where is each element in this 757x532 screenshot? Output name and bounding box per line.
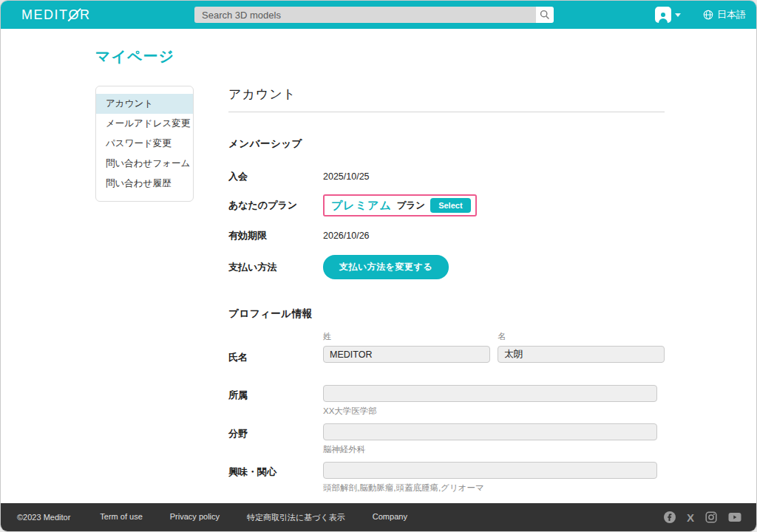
footer-link-company[interactable]: Company	[373, 512, 407, 523]
interests-row: 興味・関心 頭部解剖,脳動脈瘤,頭蓋底腫瘍,グリオーマ	[228, 462, 665, 494]
footer-links: Term of use Privacy policy 特定商取引法に基づく表示 …	[100, 512, 407, 523]
instagram-icon[interactable]	[705, 511, 717, 523]
specialty-field[interactable]	[323, 423, 657, 440]
main-panel: アカウント メンバーシップ 入会 2025/10/25 あなたのプラン プレミア…	[228, 86, 665, 532]
globe-icon	[703, 10, 713, 20]
account-menu-button[interactable]	[655, 7, 681, 23]
logo-slashed-o: O	[69, 7, 81, 23]
account-sidebar: アカウント メールアドレス変更 パスワード変更 問い合わせフォーム 問い合わせ履…	[95, 86, 194, 202]
first-name-field[interactable]	[498, 346, 665, 363]
plan-label: あなたのプラン	[228, 199, 323, 212]
x-icon[interactable]: X	[687, 512, 694, 523]
plan-name: プレミアム	[331, 199, 392, 213]
search-icon	[540, 10, 550, 20]
expiry-row: 有効期限 2026/10/26	[228, 229, 665, 242]
search-form	[194, 7, 554, 23]
youtube-icon[interactable]	[728, 512, 741, 522]
chevron-down-icon	[675, 13, 681, 17]
sidebar-item-contact-form[interactable]: 問い合わせフォーム	[96, 154, 193, 174]
footer: ©2023 Meditor Term of use Privacy policy…	[1, 503, 756, 531]
plan-highlight-box: プレミアム プラン Select	[323, 194, 477, 216]
payment-label: 支払い方法	[228, 261, 323, 274]
change-payment-button[interactable]: 支払い方法を変更する	[323, 255, 449, 279]
specialty-hint: 脳神経外科	[323, 444, 657, 455]
name-row: 氏名 姓 名	[228, 331, 665, 364]
search-input[interactable]	[194, 7, 536, 23]
interests-field[interactable]	[323, 462, 657, 479]
plan-select-button[interactable]: Select	[430, 198, 470, 213]
first-name-mini-label: 名	[498, 331, 665, 342]
affiliation-field[interactable]	[323, 385, 657, 402]
section-title-account: アカウント	[228, 86, 665, 112]
join-date-label: 入会	[228, 170, 323, 183]
sidebar-item-password-change[interactable]: パスワード変更	[96, 134, 193, 154]
sidebar-item-contact-history[interactable]: 問い合わせ履歴	[96, 174, 193, 194]
logo-text-end: R	[80, 7, 91, 22]
payment-row: 支払い方法 支払い方法を変更する	[228, 255, 665, 279]
logo-text: MEDIT	[21, 7, 69, 22]
last-name-field[interactable]	[323, 346, 490, 363]
profile-heading: プロフィール情報	[228, 307, 665, 321]
footer-link-terms[interactable]: Term of use	[100, 512, 142, 523]
language-label: 日本語	[717, 8, 746, 21]
name-label: 氏名	[228, 331, 323, 364]
footer-link-commerce-law[interactable]: 特定商取引法に基づく表示	[247, 512, 345, 523]
specialty-label: 分野	[228, 423, 323, 440]
join-date-value: 2025/10/25	[323, 171, 370, 182]
last-name-mini-label: 姓	[323, 331, 490, 342]
interests-hint: 頭部解剖,脳動脈瘤,頭蓋底腫瘍,グリオーマ	[323, 482, 657, 494]
search-button[interactable]	[536, 7, 554, 23]
expiry-label: 有効期限	[228, 229, 323, 242]
join-date-row: 入会 2025/10/25	[228, 170, 665, 183]
affiliation-label: 所属	[228, 385, 323, 402]
header-right: 日本語	[655, 1, 746, 29]
page-title: マイページ	[95, 47, 756, 66]
meditor-logo[interactable]: MEDITOR	[21, 7, 91, 23]
plan-row: あなたのプラン プレミアム プラン Select	[228, 194, 665, 216]
language-selector[interactable]: 日本語	[703, 8, 746, 21]
copyright: ©2023 Meditor	[17, 513, 70, 522]
avatar	[655, 7, 671, 23]
affiliation-row: 所属 XX大学医学部	[228, 385, 665, 417]
sidebar-item-account[interactable]: アカウント	[96, 94, 193, 114]
footer-social: X	[664, 511, 741, 523]
specialty-row: 分野 脳神経外科	[228, 423, 665, 455]
app-header: MEDITOR 日本語	[1, 1, 756, 29]
user-icon	[657, 11, 669, 23]
sidebar-item-email-change[interactable]: メールアドレス変更	[96, 114, 193, 134]
expiry-value: 2026/10/26	[323, 231, 370, 241]
membership-heading: メンバーシップ	[228, 137, 665, 151]
affiliation-hint: XX大学医学部	[323, 406, 657, 417]
page: MEDITOR 日本語 マイページ アカウント	[0, 0, 757, 532]
interests-label: 興味・関心	[228, 462, 323, 479]
facebook-icon[interactable]	[664, 511, 676, 523]
footer-link-privacy[interactable]: Privacy policy	[170, 512, 220, 523]
plan-suffix: プラン	[397, 200, 425, 212]
content: マイページ アカウント メールアドレス変更 パスワード変更 問い合わせフォーム …	[1, 29, 756, 503]
